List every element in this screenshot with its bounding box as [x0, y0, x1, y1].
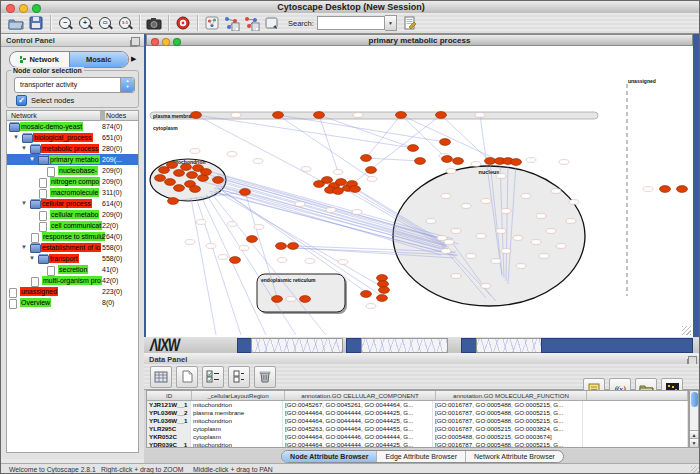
zoom-out-icon[interactable]: − — [55, 14, 75, 32]
help-icon[interactable] — [173, 14, 193, 32]
graph-node[interactable] — [201, 169, 212, 176]
view-resize-grip[interactable] — [682, 326, 691, 335]
graph-node-small[interactable] — [566, 219, 576, 224]
annotation-icon[interactable] — [262, 14, 282, 32]
graph-node[interactable] — [159, 167, 170, 174]
graph-node[interactable] — [442, 156, 453, 163]
graph-node-small[interactable] — [451, 229, 461, 234]
graph-node-small[interactable] — [643, 187, 653, 192]
graph-node-small[interactable] — [301, 167, 311, 172]
tab-node-attribute-browser[interactable]: Node Attribute Browser — [282, 451, 376, 462]
view-close-button[interactable] — [151, 38, 159, 46]
search-input[interactable] — [317, 16, 385, 30]
graph-node-small[interactable] — [441, 249, 451, 254]
table-scrollbar[interactable]: ▲ ▼ — [689, 390, 699, 448]
graph-node[interactable] — [511, 159, 522, 166]
graph-node-small[interactable] — [539, 254, 549, 259]
graph-node-small[interactable] — [338, 260, 348, 265]
graph-node-small[interactable] — [218, 255, 228, 260]
graph-node-small[interactable] — [536, 214, 546, 219]
graph-node-small[interactable] — [326, 208, 336, 213]
graph-node[interactable] — [677, 186, 688, 193]
color-attribute-select[interactable]: transporter activity ▲▼ — [14, 77, 135, 93]
tab-edge-attribute-browser[interactable]: Edge Attribute Browser — [376, 451, 465, 462]
graph-node-small[interactable] — [531, 240, 541, 245]
zoom-in-icon[interactable]: + — [75, 14, 95, 32]
graph-node[interactable] — [155, 175, 166, 182]
tree-row[interactable]: macromolecule311(0) — [7, 187, 138, 198]
background-window-thumbnail[interactable] — [251, 338, 343, 353]
open-icon[interactable] — [6, 14, 26, 32]
graph-node-small[interactable] — [451, 274, 461, 279]
graph-node[interactable] — [230, 257, 241, 264]
graph-node-small[interactable] — [333, 170, 343, 175]
graph-node[interactable] — [379, 287, 390, 294]
graph-node[interactable] — [453, 158, 464, 165]
graph-node-small[interactable] — [185, 240, 195, 245]
graph-node[interactable] — [165, 179, 176, 186]
graph-node-small[interactable] — [496, 229, 506, 234]
tree-row[interactable]: ▼establishment of lo558(0) — [7, 242, 138, 253]
graph-node[interactable] — [436, 112, 447, 119]
graph-node[interactable] — [247, 236, 258, 243]
graph-node-small[interactable] — [569, 200, 579, 205]
tree-row[interactable]: cellular metabo209(0) — [7, 209, 138, 220]
graph-node-small[interactable] — [446, 169, 456, 174]
graph-node-small[interactable] — [476, 234, 486, 239]
graph-node-small[interactable] — [437, 236, 447, 241]
tree-row[interactable]: ▼biological_process651(0) — [7, 132, 138, 143]
graph-node-small[interactable] — [461, 204, 471, 209]
vizmapper-icon[interactable] — [202, 14, 222, 32]
graph-node[interactable] — [314, 112, 325, 119]
window-controls[interactable] — [6, 4, 41, 13]
graph-node-small[interactable] — [481, 199, 491, 204]
zoom-selected-icon[interactable]: ▭ — [95, 14, 115, 32]
tree-row[interactable]: multi-organism pro42(0) — [7, 275, 138, 286]
tree-row[interactable]: ▼transport558(0) — [7, 253, 138, 264]
graph-node-small[interactable] — [305, 259, 315, 264]
graph-node[interactable] — [272, 296, 283, 303]
select-attributes-icon[interactable] — [202, 366, 224, 388]
import-icon[interactable] — [401, 14, 421, 32]
graph-node-small[interactable] — [426, 219, 436, 224]
graph-node-small[interactable] — [516, 264, 526, 269]
graph-node-small[interactable] — [475, 113, 485, 118]
graph-node-small[interactable] — [481, 284, 491, 289]
tree-row[interactable]: mosaic-demo-yeast874(0) — [7, 121, 138, 132]
table-row[interactable]: YPL036W__1mitochondrion[GO:0044464, GO:0… — [147, 417, 688, 425]
expand-arrow-icon[interactable]: ▼ — [29, 255, 35, 262]
minimize-button[interactable] — [19, 4, 28, 13]
graph-node-small[interactable] — [366, 304, 376, 309]
column-header[interactable]: ID — [147, 391, 192, 400]
network-view-titlebar[interactable]: primary metabolic process — [146, 34, 693, 46]
graph-node-small[interactable] — [501, 249, 511, 254]
graph-node[interactable] — [336, 179, 347, 186]
tree-row[interactable]: secretion41(0) — [7, 264, 138, 275]
tree-row[interactable]: nucleobase-209(0) — [7, 165, 138, 176]
graph-node[interactable] — [167, 162, 178, 169]
expand-arrow-icon[interactable]: ▼ — [21, 200, 27, 207]
zoom-button[interactable] — [32, 4, 41, 13]
expand-arrow-icon[interactable]: ▼ — [21, 244, 27, 251]
table-row[interactable]: YPL036W__2plasma membrane[GO:0044464, GO… — [147, 409, 688, 417]
new-attribute-icon[interactable] — [176, 366, 198, 388]
graph-node-small[interactable] — [253, 159, 263, 164]
graph-node[interactable] — [396, 112, 407, 119]
graph-node[interactable] — [350, 186, 361, 193]
graph-node-small[interactable] — [227, 152, 237, 157]
graph-node-small[interactable] — [196, 220, 206, 225]
graph-node-small[interactable] — [526, 158, 536, 163]
graph-node[interactable] — [240, 189, 251, 196]
graph-node-small[interactable] — [441, 194, 451, 199]
graph-node-small[interactable] — [466, 254, 476, 259]
table-row[interactable]: YLR295Ccytoplasm[GO:0045263, GO:0044464,… — [147, 425, 688, 433]
graph-node[interactable] — [415, 158, 426, 165]
table-row[interactable]: YDR039C__1mitochondrion[GO:0044464, GO:0… — [147, 441, 688, 448]
zoom-fit-icon[interactable]: 1:1 — [115, 14, 135, 32]
graph-node[interactable] — [366, 167, 377, 174]
table-row[interactable]: YJR121W__1mitochondrion[GO:0045267, GO:0… — [147, 401, 688, 409]
graph-node-small[interactable] — [501, 209, 511, 214]
network-file-icon[interactable] — [242, 14, 262, 32]
graph-node[interactable] — [288, 243, 299, 250]
graph-node[interactable] — [174, 185, 185, 192]
